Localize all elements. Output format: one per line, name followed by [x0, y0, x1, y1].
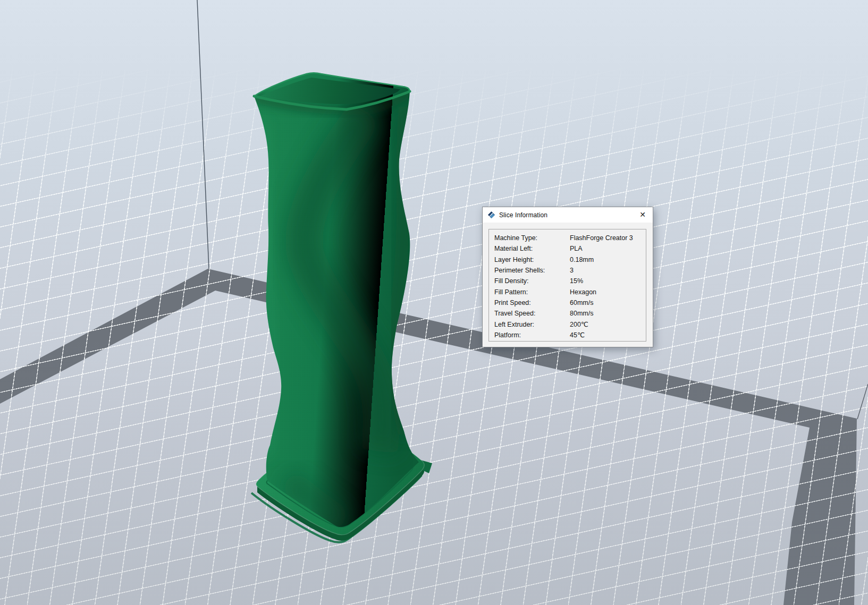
- close-icon: ✕: [639, 210, 646, 219]
- info-row: Layer Height: 0.18mm: [494, 254, 646, 265]
- info-row: Travel Speed: 80mm/s: [494, 308, 646, 319]
- info-row: Machine Type: FlashForge Creator 3: [494, 233, 646, 243]
- info-value: PLA: [570, 245, 646, 252]
- info-row: Fill Pattern: Hexagon: [494, 286, 646, 297]
- info-value: FlashForge Creator 3: [570, 234, 646, 242]
- info-value: 80mm/s: [570, 310, 646, 317]
- info-row: Material Left: PLA: [494, 243, 646, 254]
- build-volume-edge-left: [197, 0, 209, 269]
- build-volume-edge-right: [857, 384, 868, 419]
- info-value: 60mm/s: [570, 299, 646, 306]
- info-label: Fill Density:: [494, 277, 570, 285]
- info-value: 3: [570, 267, 646, 274]
- dialog-titlebar[interactable]: Slice Information ✕: [483, 207, 653, 223]
- info-row: Print Speed: 60mm/s: [494, 297, 646, 308]
- slicer-3d-viewport[interactable]: Slice Information ✕ Machine Type: FlashF…: [0, 0, 868, 605]
- info-row: Perimeter Shells: 3: [494, 265, 646, 276]
- info-label: Fill Pattern:: [494, 288, 570, 296]
- info-label: Layer Height:: [494, 256, 570, 263]
- flashprint-logo-icon: [487, 211, 495, 219]
- dialog-title: Slice Information: [499, 211, 547, 219]
- model-layer: [0, 0, 868, 605]
- info-label: Material Left:: [494, 245, 570, 252]
- info-label: Machine Type:: [494, 234, 570, 242]
- info-label: Perimeter Shells:: [494, 267, 570, 274]
- slice-information-dialog: Slice Information ✕ Machine Type: FlashF…: [482, 207, 653, 347]
- info-value: 200℃: [570, 320, 646, 328]
- info-label: Travel Speed:: [494, 310, 570, 317]
- info-value: Hexagon: [570, 288, 646, 296]
- slice-info-panel: Machine Type: FlashForge Creator 3 Mater…: [488, 229, 646, 342]
- info-row: Left Extruder: 200℃: [494, 319, 646, 329]
- info-row: Platform: 45℃: [494, 330, 646, 340]
- info-value: 0.18mm: [570, 256, 646, 263]
- info-row: Fill Density: 15%: [494, 276, 646, 286]
- info-value: 45℃: [570, 331, 646, 339]
- info-label: Print Speed:: [494, 299, 570, 306]
- vase-model[interactable]: [234, 73, 432, 542]
- info-value: 15%: [570, 277, 646, 285]
- close-button[interactable]: ✕: [633, 207, 653, 223]
- info-label: Left Extruder:: [494, 321, 570, 328]
- info-label: Platform:: [494, 331, 570, 339]
